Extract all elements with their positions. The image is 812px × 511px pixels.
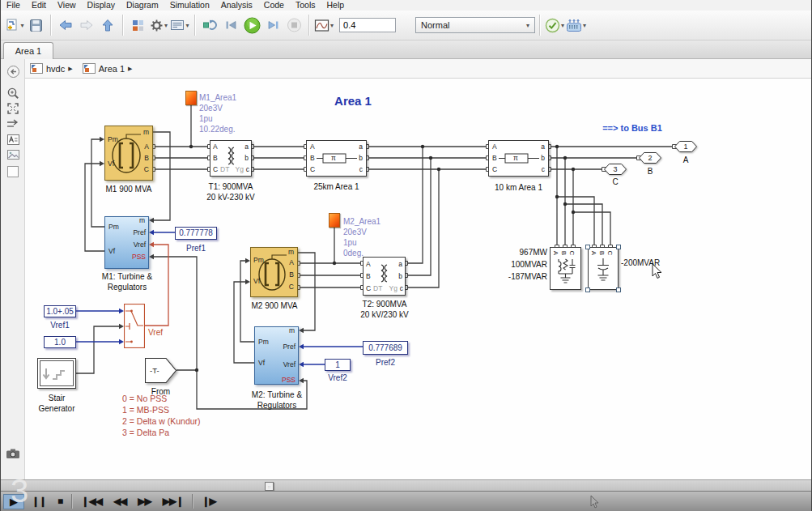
scope-button[interactable]: ▾	[314, 15, 334, 36]
constant-vref1[interactable]: 1.0+.05	[44, 305, 76, 317]
port-label: a	[244, 143, 249, 151]
selection-handle[interactable]	[585, 245, 590, 249]
port-label: B	[213, 155, 218, 162]
menu-view[interactable]: View	[52, 0, 82, 10]
turbine-m2-block[interactable]: Pm Vf m Pref Vref PSS	[254, 326, 299, 385]
settings-caret[interactable]: ▾	[164, 22, 168, 29]
forward-button[interactable]	[77, 15, 96, 36]
machine-m2-block[interactable]: Pm Vf m A B C	[250, 247, 298, 297]
line-25km-block[interactable]: π A B C a b c	[306, 140, 367, 177]
check-icon	[545, 18, 560, 33]
back-button[interactable]	[56, 15, 75, 36]
winding-label: Yg	[236, 166, 244, 173]
menu-code[interactable]: Code	[258, 0, 290, 10]
turbine-m1-block[interactable]: Pm Vf m Pref Vref PSS	[104, 216, 149, 269]
area-box-button[interactable]	[4, 163, 22, 181]
up-to-parent-button[interactable]	[98, 15, 117, 36]
menu-simulation[interactable]: Simulation	[164, 0, 215, 10]
player-separator	[192, 494, 193, 509]
player-skip-end-button[interactable]: ▶▶❙	[163, 492, 184, 510]
player-fast-forward-button[interactable]: ▶▶	[138, 492, 151, 510]
update-diagram-button[interactable]	[200, 15, 219, 36]
selection-handle[interactable]	[616, 245, 621, 249]
model-advisor-button[interactable]: ▾	[545, 15, 564, 36]
constant-one[interactable]: 1.0	[44, 336, 76, 348]
measurement-flag-m2[interactable]	[329, 213, 340, 228]
transformer-t1-block[interactable]: A B C DT Yg a b c	[210, 140, 252, 177]
stair-generator-block[interactable]	[37, 358, 76, 389]
transformer-t2-block[interactable]: A B C DT Yg a b c	[363, 257, 406, 296]
model-advisor-caret[interactable]: ▾	[561, 22, 564, 29]
menu-help[interactable]: Help	[321, 0, 350, 10]
menu-display[interactable]: Display	[82, 0, 121, 10]
menu-diagram[interactable]: Diagram	[121, 0, 164, 10]
settings-button[interactable]: ▾	[149, 15, 168, 36]
connection-port-3[interactable]: 3	[604, 164, 627, 175]
run-button[interactable]	[242, 15, 261, 36]
image-button[interactable]	[4, 146, 22, 164]
selection-handle[interactable]	[585, 287, 590, 292]
hardware-board-button[interactable]: ▾	[566, 15, 586, 36]
player-play-button[interactable]: ▶	[3, 494, 24, 509]
connection-port-2[interactable]: 2	[639, 152, 661, 164]
port-label: A	[213, 143, 218, 151]
area-title[interactable]: Area 1	[312, 96, 393, 106]
player-rewind-button[interactable]: ◀◀	[113, 492, 126, 510]
canvas-hscrollbar[interactable]: ::	[1, 479, 811, 491]
load2-block-selected[interactable]: A B C	[588, 247, 619, 290]
flag-m2-text[interactable]: M2_Area120e3V 1pu0deg.	[343, 216, 380, 258]
measurement-flag-m1[interactable]	[185, 91, 197, 105]
image-icon	[6, 149, 20, 160]
breadcrumb-root[interactable]: hvdc	[46, 64, 65, 74]
tab-area1[interactable]: Area 1	[3, 42, 53, 59]
from-tag-block[interactable]: -T-	[145, 358, 176, 383]
port-label: m	[143, 129, 149, 136]
manual-switch-block[interactable]	[124, 304, 145, 348]
player-step-button[interactable]: ❙▶	[202, 492, 215, 510]
constant-pref2[interactable]: 0.777689	[363, 341, 408, 355]
breadcrumb-arrow-icon[interactable]: ▶	[128, 66, 132, 72]
hardware-board-caret[interactable]: ▾	[583, 22, 586, 29]
screenshot-button[interactable]	[4, 445, 22, 462]
toolbar-separator	[539, 15, 540, 36]
player-stop-button[interactable]: ■	[57, 492, 62, 510]
library-browser-button[interactable]	[128, 15, 147, 36]
bus-b1-note[interactable]: ==> to Bus B1	[588, 123, 677, 134]
scrollbar-badge[interactable]: ::	[265, 482, 274, 491]
port-label: Vref	[283, 361, 295, 368]
new-model-caret[interactable]: ▾	[20, 22, 23, 29]
constant-vref2[interactable]: 1	[325, 359, 351, 371]
hide-browser-button[interactable]	[4, 62, 22, 80]
scope-caret[interactable]: ▾	[330, 22, 334, 29]
breadcrumb-current[interactable]: Area 1	[99, 64, 125, 74]
port-label: a	[398, 261, 402, 268]
port-label: C	[492, 166, 497, 173]
load1-block[interactable]: A B C	[550, 247, 581, 290]
player-skip-start-button[interactable]: ❙◀◀	[81, 492, 102, 510]
selection-handle[interactable]	[616, 287, 621, 292]
breadcrumb-arrow-icon[interactable]: ▶	[68, 66, 72, 72]
sim-mode-select[interactable]: Normal ▾	[415, 17, 535, 33]
menu-file[interactable]: File	[1, 0, 26, 10]
flag-m1-text[interactable]: M1_Area120e3V 1pu10.22deg.	[199, 92, 236, 134]
step-forward-button[interactable]	[263, 15, 283, 36]
menu-tools[interactable]: Tools	[290, 0, 321, 10]
model-config-button[interactable]: ▾	[170, 15, 189, 36]
breadcrumb: hvdc ▶ Area 1 ▶	[25, 59, 812, 79]
step-back-button[interactable]	[221, 15, 240, 36]
constant-pref1[interactable]: 0.777778	[175, 227, 217, 240]
menu-edit[interactable]: Edit	[26, 0, 52, 10]
model-canvas[interactable]: Area 1 ==> to Bus B1 Pm Vf m A B C M1 90…	[25, 79, 812, 479]
pss-mode-note[interactable]: 0 = No PSS 1 = MB-PSS 2 = Delta w (Kundu…	[122, 393, 201, 438]
sim-stop-time-input[interactable]	[339, 18, 396, 32]
save-button[interactable]	[26, 15, 45, 36]
machine-m1-block[interactable]: Pm Vf m A B C	[104, 126, 153, 181]
stop-button[interactable]	[284, 15, 304, 36]
player-pause-button[interactable]: ❙❙	[32, 492, 46, 510]
line-10km-block[interactable]: π A B C a b c	[488, 140, 549, 177]
port-label: Pref	[283, 343, 295, 351]
model-config-caret[interactable]: ▾	[185, 22, 189, 29]
new-model-button[interactable]: ▾	[5, 15, 24, 36]
connection-port-1[interactable]: 1	[674, 141, 697, 152]
menu-analysis[interactable]: Analysis	[215, 0, 258, 10]
